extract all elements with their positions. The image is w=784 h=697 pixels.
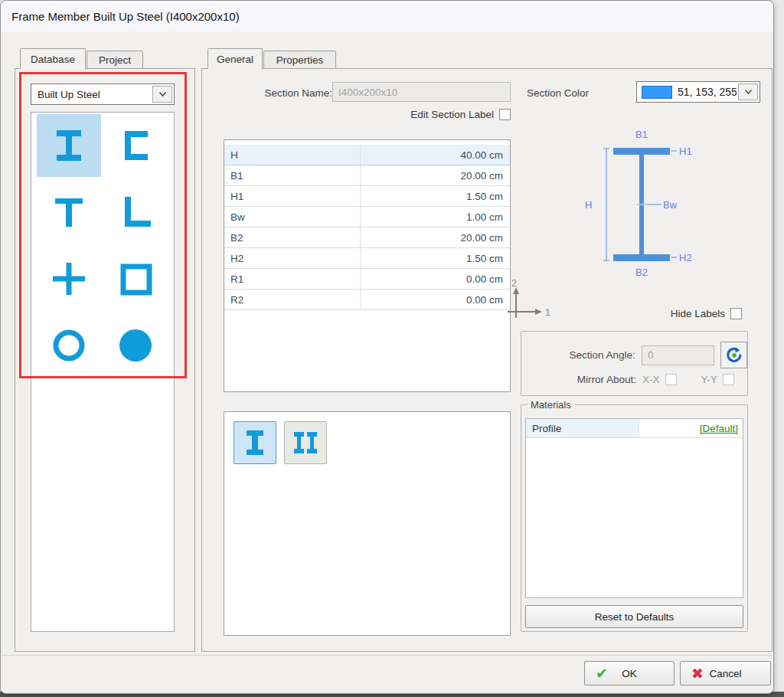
variant-double-button[interactable] (284, 421, 327, 464)
chevron-down-icon (744, 89, 753, 95)
database-tab-page: Built Up Steel (15, 68, 195, 652)
tab-general[interactable]: General (207, 48, 263, 69)
rotate-angle-button[interactable] (720, 342, 747, 368)
edit-section-label-text: Edit Section Label (410, 109, 494, 120)
cancel-button[interactable]: ✖ Cancel (680, 661, 771, 686)
general-tab-page: Section Name: I400x200x10 Edit Section L… (201, 68, 773, 652)
tab-general-label: General (217, 54, 253, 65)
x-icon: ✖ (691, 666, 704, 681)
mirror-about-row: Mirror About: X-X Y-Y (521, 374, 747, 385)
section-name-label: Section Name: (256, 87, 332, 99)
reset-defaults-button[interactable]: Reset to Defaults (525, 605, 743, 628)
shape-angle[interactable] (103, 181, 168, 244)
reset-defaults-label: Reset to Defaults (595, 611, 675, 623)
color-dropdown-button[interactable] (738, 83, 758, 100)
single-i-beam-icon (243, 429, 266, 456)
dialog-window: Frame Member Built Up Steel (I400x200x10… (0, 0, 774, 694)
section-diagram: B1 H1 H Bw H2 B2 (576, 128, 706, 281)
profile-label: Profile (526, 419, 639, 437)
param-row[interactable]: H11.50 cm (224, 186, 510, 207)
diagram-label-h: H (585, 199, 592, 211)
hide-labels-checkbox[interactable] (730, 308, 742, 319)
diagram-label-b1: B1 (635, 129, 648, 140)
shape-channel[interactable] (103, 114, 168, 177)
diagram-label-h2: H2 (679, 252, 692, 263)
hide-labels-row: Hide Labels (570, 308, 742, 319)
cross-icon (49, 259, 89, 299)
section-angle-row: Section Angle: 0 (521, 342, 747, 368)
param-row[interactable]: R20.00 cm (224, 290, 510, 310)
channel-icon (116, 126, 155, 165)
section-angle-group: Section Angle: 0 Mirror About: X-X Y-Y (521, 331, 748, 396)
shape-list (31, 112, 175, 632)
title-bar: Frame Member Built Up Steel (I400x200x10… (1, 1, 773, 31)
mirror-y-label: Y-Y (701, 374, 717, 385)
tab-properties-label: Properties (276, 54, 324, 66)
tab-database[interactable]: Database (20, 48, 86, 69)
tab-properties[interactable]: Properties (263, 51, 336, 69)
tab-database-label: Database (31, 54, 75, 65)
shape-cross[interactable] (37, 247, 101, 310)
param-row[interactable]: R10.00 cm (224, 269, 510, 290)
tab-project-label: Project (99, 54, 131, 66)
axis-label-1: 1 (545, 307, 550, 318)
mirror-x-label: X-X (642, 374, 660, 385)
window-title: Frame Member Built Up Steel (I400x200x10… (11, 10, 240, 23)
shape-hollow-circle[interactable] (37, 314, 101, 377)
solid-circle-icon (116, 326, 155, 365)
tee-icon (49, 192, 89, 232)
mirror-x-checkbox (665, 374, 677, 385)
color-swatch (642, 86, 672, 99)
materials-table: Profile [Default] (525, 418, 743, 598)
params-table: H40.00 cm B120.00 cm H11.50 cm Bw1.00 cm… (224, 139, 511, 392)
diagram-label-h1: H1 (679, 146, 692, 157)
section-color-dropdown[interactable]: 51, 153, 255 (636, 81, 760, 103)
param-row[interactable]: B120.00 cm (224, 165, 510, 186)
double-i-beam-icon (293, 429, 318, 456)
axis-indicator: 2 1 (505, 277, 553, 321)
i-beam-icon (49, 126, 89, 165)
section-angle-value: 0 (648, 349, 654, 361)
materials-group: Materials Profile [Default] Reset to Def… (521, 404, 748, 632)
variant-panel (224, 411, 511, 636)
shape-category-value: Built Up Steel (31, 89, 151, 100)
footer-divider (2, 655, 773, 656)
variant-single-button[interactable] (234, 421, 276, 464)
hide-labels-text: Hide Labels (671, 308, 725, 319)
section-angle-input: 0 (642, 345, 714, 365)
edit-section-label-row: Edit Section Label (332, 109, 511, 120)
materials-title: Materials (528, 399, 574, 411)
check-icon: ✔ (596, 666, 608, 681)
shape-tee[interactable] (37, 181, 101, 244)
rotate-icon (726, 347, 743, 364)
default-link[interactable]: [Default] (700, 423, 738, 434)
shape-solid-circle[interactable] (103, 314, 168, 377)
param-row[interactable]: Bw1.00 cm (224, 207, 510, 227)
section-color-label: Section Color (527, 87, 589, 99)
param-row[interactable]: H21.50 cm (224, 248, 510, 269)
shape-i-beam[interactable] (37, 114, 101, 177)
param-row[interactable]: B220.00 cm (224, 227, 510, 248)
axis-label-2: 2 (511, 278, 517, 289)
mirror-y-checkbox (723, 374, 734, 385)
tab-project[interactable]: Project (87, 51, 143, 69)
param-row[interactable]: H40.00 cm (224, 145, 510, 165)
cancel-label: Cancel (709, 668, 741, 679)
angle-icon (116, 192, 155, 232)
ok-button[interactable]: ✔ OK (584, 661, 675, 686)
shape-hollow-square[interactable] (103, 247, 168, 310)
shape-category-dropdown[interactable]: Built Up Steel (31, 83, 175, 105)
mirror-about-label: Mirror About: (521, 374, 642, 385)
edit-section-label-checkbox[interactable] (499, 109, 511, 120)
section-angle-label: Section Angle: (521, 349, 642, 361)
ok-label: OK (622, 668, 637, 679)
diagram-label-b2: B2 (635, 267, 648, 278)
section-name-value: I400x200x10 (338, 87, 397, 98)
section-name-input: I400x200x10 (332, 82, 511, 102)
chevron-down-icon (158, 91, 167, 97)
dropdown-button[interactable] (152, 86, 172, 103)
section-color-value: 51, 153, 255 (672, 86, 737, 98)
profile-row[interactable]: Profile [Default] (526, 419, 743, 438)
diagram-label-bw: Bw (663, 199, 678, 211)
hollow-circle-icon (49, 326, 89, 365)
